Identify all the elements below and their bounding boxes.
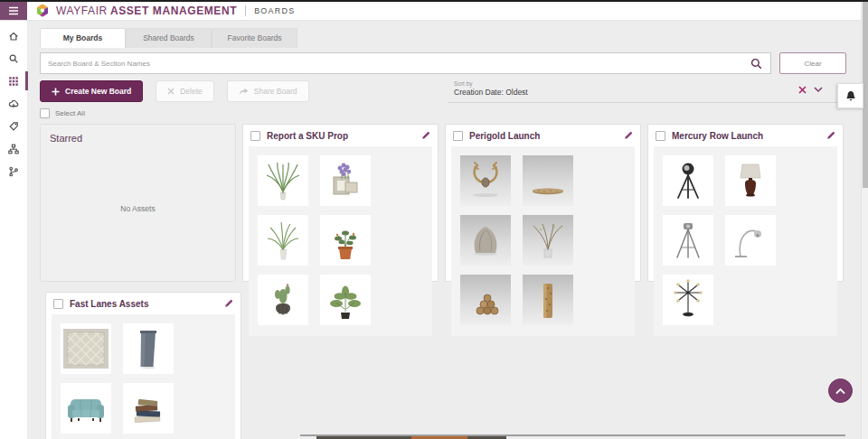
asset-thumbnail-lavender-with-frames[interactable] — [320, 155, 371, 206]
edit-board-pencil-icon[interactable] — [421, 131, 430, 140]
edit-board-pencil-icon[interactable] — [224, 299, 233, 308]
clear-sort-icon[interactable] — [798, 86, 807, 94]
board-card: Report a SKU Prop — [242, 124, 439, 282]
asset-thumbnail-sputnik-lamp[interactable] — [663, 275, 713, 325]
boards-grid-row-1: StarredNo AssetsReport a SKU PropPerigol… — [40, 124, 846, 282]
sort-by-select[interactable]: Sort by Creation Date: Oldest — [448, 78, 846, 103]
tag-icon — [8, 121, 19, 132]
board-thumbnails-panel — [249, 146, 432, 336]
board-title: Mercury Row Launch — [672, 131, 820, 141]
board-card-starred: StarredNo Assets — [40, 124, 236, 282]
asset-thumbnail-trellis-rug[interactable] — [61, 323, 111, 374]
asset-thumbnail-antler-decor[interactable] — [460, 155, 511, 206]
share-arrow-icon — [239, 88, 249, 96]
asset-thumbnail-teal-sofa[interactable] — [61, 383, 111, 434]
asset-thumbnail-branches-in-vase[interactable] — [523, 215, 573, 266]
share-board-button[interactable]: Share Board — [227, 80, 309, 102]
empty-state-text: No Assets — [41, 204, 235, 213]
board-tabs: My Boards Shared Boards Favorite Boards — [40, 28, 846, 48]
asset-thumbnail-arc-floor-lamp[interactable] — [725, 215, 776, 266]
chevron-up-icon — [835, 388, 845, 395]
window-top-edge — [0, 0, 868, 2]
sidebar-item-branch[interactable] — [0, 160, 27, 182]
notifications-button[interactable] — [837, 83, 863, 108]
boards-grid-icon — [8, 76, 19, 87]
asset-thumbnail-book-stack[interactable] — [123, 383, 174, 434]
board-title: Perigold Launch — [469, 131, 618, 141]
x-icon — [167, 88, 175, 95]
page-title: BOARDS — [245, 5, 295, 16]
main-area: My Boards Shared Boards Favorite Boards … — [27, 20, 861, 439]
sidebar-item-tag[interactable] — [0, 115, 27, 137]
board-card: Fast Lanes Assets — [45, 292, 241, 439]
board-thumbnails-panel — [451, 146, 635, 336]
home-icon — [8, 31, 19, 42]
sidebar-item-sitemap[interactable] — [0, 137, 27, 160]
delete-board-button[interactable]: Delete — [156, 80, 214, 102]
asset-thumbnail-cactus-dark-vase[interactable] — [258, 275, 308, 325]
sort-by-label: Sort by — [454, 80, 846, 87]
board-title: Starred — [41, 125, 235, 144]
asset-thumbnail-driftwood-sculpture[interactable] — [460, 215, 511, 266]
bell-icon — [845, 90, 856, 102]
top-bar: WAYFAIRASSET MANAGEMENT BOARDS — [0, 2, 868, 21]
board-card: Perigold Launch — [445, 124, 641, 282]
asset-thumbnail-plant-black-pot[interactable] — [320, 275, 371, 325]
asset-thumbnail-plant-orange-pot[interactable] — [320, 215, 371, 266]
scroll-to-top-button[interactable] — [828, 378, 853, 403]
chevron-down-icon[interactable] — [814, 87, 823, 93]
sidebar-item-home[interactable] — [0, 24, 27, 47]
hamburger-menu-button[interactable] — [0, 2, 27, 20]
sitemap-icon — [8, 144, 19, 154]
tab-my-boards[interactable]: My Boards — [40, 28, 126, 48]
asset-thumbnail-log-column[interactable] — [523, 275, 573, 325]
board-checkbox[interactable] — [453, 131, 463, 141]
app-title: WAYFAIRASSET MANAGEMENT — [56, 5, 237, 17]
asset-thumbnail-tripod-spotlight-silver[interactable] — [663, 215, 713, 266]
create-new-board-button[interactable]: Create New Board — [40, 80, 143, 102]
vertical-scrollbar[interactable] — [861, 0, 868, 439]
hamburger-icon — [8, 6, 19, 15]
sort-by-value: Creation Date: Oldest — [454, 88, 846, 97]
board-title: Report a SKU Prop — [267, 131, 415, 141]
plus-icon — [52, 88, 60, 96]
search-input[interactable] — [41, 60, 750, 68]
board-checkbox[interactable] — [53, 299, 63, 309]
sidebar-item-cloud-upload[interactable] — [0, 92, 27, 115]
wayfair-logo-icon — [35, 4, 50, 18]
edit-board-pencil-icon[interactable] — [826, 131, 835, 140]
cloud-upload-icon — [8, 98, 19, 109]
asset-thumbnail-table-lamp-drum-shade[interactable] — [725, 155, 776, 206]
asset-thumbnail-firewood-stack[interactable] — [460, 275, 511, 325]
branch-icon — [8, 166, 19, 177]
sidebar-item-boards-grid[interactable] — [0, 70, 27, 92]
board-card: Mercury Row Launch — [647, 124, 844, 282]
select-all-checkbox[interactable] — [40, 108, 50, 118]
search-icon[interactable] — [750, 58, 762, 70]
board-thumbnails-panel — [52, 314, 235, 439]
board-thumbnails-panel — [654, 146, 837, 336]
asset-thumbnail-plant-dracaena-white-pot[interactable] — [258, 155, 308, 206]
left-sidebar — [0, 20, 28, 439]
asset-thumbnail-plant-palm-white-pot[interactable] — [258, 215, 308, 266]
tab-shared-boards[interactable]: Shared Boards — [126, 28, 212, 48]
edit-board-pencil-icon[interactable] — [624, 131, 633, 140]
board-checkbox[interactable] — [656, 131, 665, 141]
clear-search-button[interactable]: Clear — [779, 52, 846, 74]
select-all-label: Select All — [55, 109, 85, 117]
asset-thumbnail-tall-gray-planter[interactable] — [123, 323, 174, 374]
board-title: Fast Lanes Assets — [70, 299, 218, 309]
board-checkbox[interactable] — [250, 131, 260, 141]
sidebar-item-search[interactable] — [0, 47, 27, 70]
asset-thumbnail-tripod-spotlight-black[interactable] — [663, 155, 713, 206]
search-icon — [8, 53, 19, 64]
tab-favorite-boards[interactable]: Favorite Boards — [212, 28, 297, 48]
asset-thumbnail-wood-chip-mat[interactable] — [523, 155, 573, 206]
search-box — [40, 52, 771, 74]
